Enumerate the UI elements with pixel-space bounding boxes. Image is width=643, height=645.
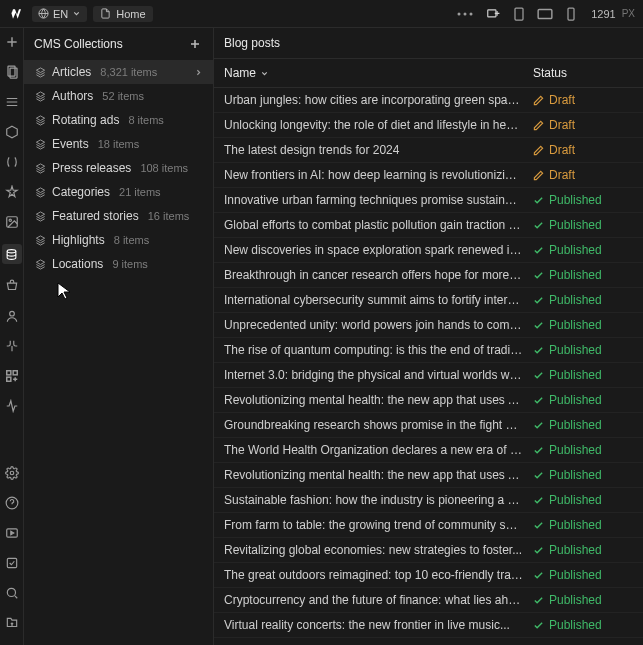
collection-name: Events [52,137,89,151]
table-row[interactable]: Revolutionizing mental health: the new a… [214,388,643,413]
table-row[interactable]: Revolutionizing mental health: the new a… [214,463,643,488]
help-icon[interactable] [4,495,20,511]
table-row[interactable]: Unlocking longevity: the role of diet an… [214,113,643,138]
webflow-logo-icon[interactable] [8,5,26,23]
table-row[interactable]: Sustainable fashion: how the industry is… [214,488,643,513]
svg-point-13 [9,311,14,316]
users-icon[interactable] [4,308,20,324]
row-status: Published [533,468,633,482]
video-icon[interactable] [4,525,20,541]
stack-icon [34,138,46,150]
table-row[interactable]: Cryptocurrency and the future of finance… [214,588,643,613]
settings-icon[interactable] [4,465,20,481]
more-icon[interactable] [457,6,473,22]
column-name[interactable]: Name [224,66,533,80]
apps-icon[interactable] [4,368,20,384]
add-element-icon[interactable] [4,34,20,50]
table-row[interactable]: The latest design trends for 2024Draft [214,138,643,163]
content-panel: Blog posts Name Status Urban jungles: ho… [214,28,643,645]
table-row[interactable]: The World Health Organization declares a… [214,438,643,463]
row-name: Sustainable fashion: how the industry is… [224,493,533,507]
collection-item[interactable]: Featured stories16 items [24,204,213,228]
check-icon [533,545,544,556]
collection-item[interactable]: Articles8,321 items [24,60,213,84]
table-row[interactable]: New discoveries in space exploration spa… [214,238,643,263]
table-row[interactable]: Innovative urban farming techniques prom… [214,188,643,213]
variables-icon[interactable] [4,154,20,170]
breakpoint-add-icon[interactable] [485,6,501,22]
table-row[interactable]: The rise of eSports: virtual competition… [214,638,643,645]
check-icon [533,570,544,581]
collection-item[interactable]: Categories21 items [24,180,213,204]
phone-icon[interactable] [563,6,579,22]
add-collection-icon[interactable] [187,36,203,52]
status-label: Published [549,218,602,232]
check-icon [533,245,544,256]
tablet-landscape-icon[interactable] [537,6,553,22]
tool-rail [0,28,24,645]
svg-point-11 [9,219,11,221]
table-row[interactable]: Urban jungles: how cities are incorporat… [214,88,643,113]
tablet-icon[interactable] [511,6,527,22]
status-label: Published [549,368,602,382]
check-icon [533,320,544,331]
collection-item[interactable]: Locations9 items [24,252,213,276]
table-row[interactable]: International cybersecurity summit aims … [214,288,643,313]
search-icon[interactable] [4,585,20,601]
ecommerce-icon[interactable] [4,278,20,294]
status-label: Published [549,493,602,507]
status-label: Published [549,468,602,482]
column-status[interactable]: Status [533,66,633,80]
components-icon[interactable] [4,124,20,140]
table-row[interactable]: The great outdoors reimagined: top 10 ec… [214,563,643,588]
collection-item[interactable]: Press releases108 items [24,156,213,180]
page-selector[interactable]: Home [93,6,152,22]
chevron-down-icon [72,9,81,18]
status-label: Published [549,343,602,357]
table-row[interactable]: From farm to table: the growing trend of… [214,513,643,538]
table-row[interactable]: Groundbreaking research shows promise in… [214,413,643,438]
table-row[interactable]: Revitalizing global economies: new strat… [214,538,643,563]
activity-icon[interactable] [4,398,20,414]
row-status: Published [533,218,633,232]
pages-icon[interactable] [4,64,20,80]
audit-icon[interactable] [4,555,20,571]
row-status: Published [533,568,633,582]
styles-icon[interactable] [4,184,20,200]
table-row[interactable]: New frontiers in AI: how deep learning i… [214,163,643,188]
table-row[interactable]: The rise of quantum computing: is this t… [214,338,643,363]
collection-item[interactable]: Highlights8 items [24,228,213,252]
row-status: Published [533,493,633,507]
page-icon [100,8,111,19]
table-row[interactable]: Unprecedented unity: world powers join h… [214,313,643,338]
table-row[interactable]: Internet 3.0: bridging the physical and … [214,363,643,388]
check-icon [533,520,544,531]
svg-rect-4 [488,9,496,16]
collection-name: Highlights [52,233,105,247]
cms-icon[interactable] [2,244,22,264]
table-row[interactable]: Virtual reality concerts: the new fronti… [214,613,643,638]
collection-item[interactable]: Authors52 items [24,84,213,108]
logic-icon[interactable] [4,338,20,354]
row-status: Published [533,593,633,607]
viewport-width[interactable]: 1291 PX [591,8,635,20]
table-header: Name Status [214,58,643,88]
language-label: EN [53,8,68,20]
status-label: Draft [549,168,575,182]
device-icons [485,6,579,22]
collection-name: Categories [52,185,110,199]
export-icon[interactable] [4,615,20,631]
collection-item[interactable]: Rotating ads8 items [24,108,213,132]
table-row[interactable]: Breakthrough in cancer research offers h… [214,263,643,288]
table-row[interactable]: Global efforts to combat plastic polluti… [214,213,643,238]
status-label: Published [549,318,602,332]
collection-item[interactable]: Events18 items [24,132,213,156]
language-selector[interactable]: EN [32,6,87,22]
navigator-icon[interactable] [4,94,20,110]
row-name: Cryptocurrency and the future of finance… [224,593,533,607]
assets-icon[interactable] [4,214,20,230]
row-status: Draft [533,168,633,182]
row-name: The latest design trends for 2024 [224,143,533,157]
row-status: Published [533,618,633,632]
top-bar-left: EN Home [8,5,153,23]
